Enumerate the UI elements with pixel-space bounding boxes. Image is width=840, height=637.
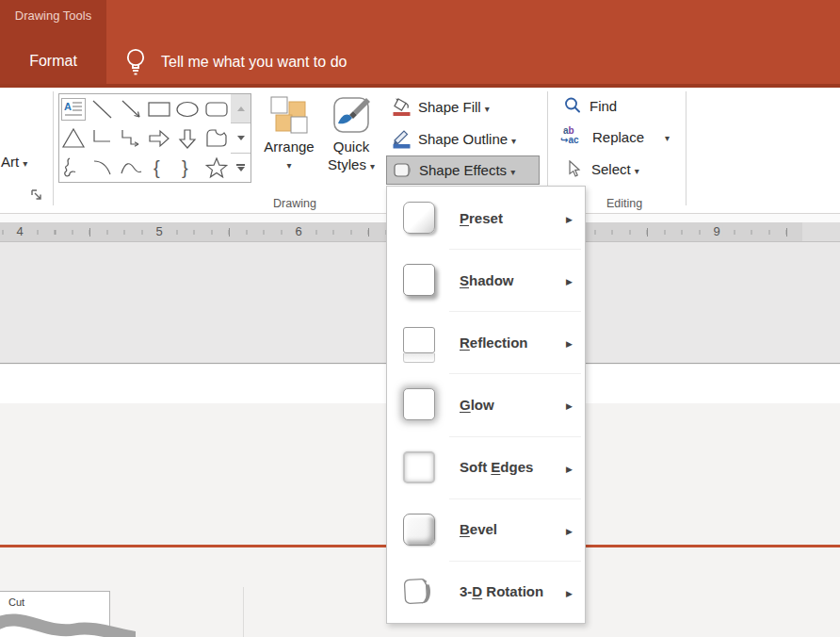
rounded-rectangle-icon: [203, 97, 230, 122]
select-button[interactable]: Select: [566, 159, 639, 178]
submenu-arrow-icon: [566, 334, 573, 351]
lightbulb-icon: [123, 46, 148, 78]
shape-line-button[interactable]: [88, 94, 116, 123]
wordart-partial-button[interactable]: Art: [1, 154, 27, 170]
svg-text:{: {: [153, 157, 160, 178]
svg-text:}: }: [182, 157, 188, 178]
shape-arrow-button[interactable]: [117, 94, 145, 123]
tell-me-box[interactable]: Tell me what you want to do: [123, 45, 347, 79]
shape-down-arrow-button[interactable]: [173, 123, 202, 153]
tell-me-text: Tell me what you want to do: [161, 54, 347, 71]
reflection-effect-icon: [403, 327, 435, 365]
shape-fill-icon: [392, 97, 412, 118]
freeform-shape-icon: [203, 126, 230, 151]
star-icon: [203, 155, 230, 180]
menu-item-bevel[interactable]: Bevel: [387, 498, 585, 561]
down-arrow-icon: [174, 126, 201, 151]
shape-right-arrow-button[interactable]: [145, 123, 173, 153]
menu-item-glow[interactable]: Glow: [387, 373, 585, 435]
shadow-effect-icon: [403, 264, 435, 296]
insert-shapes-gallery: A: [58, 93, 232, 183]
find-button[interactable]: Find: [563, 96, 617, 115]
group-separator: [686, 91, 687, 205]
textbox-icon: A: [61, 98, 86, 121]
scribble-icon: [60, 155, 87, 180]
replace-icon: ab↪ac: [560, 126, 585, 147]
submenu-arrow-icon: [566, 209, 573, 226]
preset-effect-icon: [403, 202, 435, 234]
arrow-icon: [118, 97, 144, 122]
submenu-arrow-icon: [566, 583, 573, 600]
line-icon: [89, 97, 115, 122]
quick-styles-button[interactable]: Quick Styles: [318, 92, 384, 175]
shape-effects-menu: Preset Shadow Reflection Glow Soft Edges: [386, 186, 586, 624]
shape-fill-button[interactable]: Shape Fill: [386, 92, 540, 122]
title-bar: Drawing Tools Format Tell me what you wa…: [0, 0, 840, 84]
shape-outline-button[interactable]: Shape Outline: [386, 124, 540, 154]
dialog-launcher-icon[interactable]: [30, 188, 44, 203]
powerpoint-window: Drawing Tools Format Tell me what you wa…: [0, 0, 840, 637]
arc-icon: [89, 155, 115, 180]
ruler-number: 5: [153, 224, 165, 239]
submenu-arrow-icon: [566, 396, 573, 413]
svg-text:A: A: [64, 101, 72, 112]
gallery-scroll-up-button[interactable]: [231, 94, 250, 123]
left-brace-icon: {: [146, 155, 172, 180]
menu-item-reflection[interactable]: Reflection: [387, 311, 585, 373]
shape-rounded-rectangle-button[interactable]: [202, 94, 231, 123]
shape-elbow-arrow-connector-button[interactable]: [117, 123, 145, 153]
shape-triangle-button[interactable]: [59, 123, 88, 153]
replace-button[interactable]: ab↪ac Replace: [560, 126, 670, 147]
gallery-more-button[interactable]: [231, 154, 250, 182]
contextual-tools-label: Drawing Tools: [0, 8, 106, 23]
arrange-button[interactable]: Arrange: [260, 92, 318, 172]
bevel-effect-icon: [403, 514, 435, 546]
ruler-number: 9: [710, 224, 722, 239]
down-arrow-icon: [237, 136, 245, 140]
find-icon: [563, 96, 582, 115]
context-menu-item-cut[interactable]: Cut: [8, 596, 109, 609]
shape-freeform-button[interactable]: [202, 123, 231, 153]
group-separator: [53, 91, 54, 205]
find-label: Find: [590, 98, 617, 114]
gallery-scrollbar: [231, 93, 251, 183]
shape-textbox-button[interactable]: A: [59, 94, 88, 123]
menu-item-shadow[interactable]: Shadow: [387, 249, 585, 311]
up-arrow-icon: [237, 106, 245, 111]
shape-fill-label: Shape Fill: [418, 99, 490, 115]
shape-scribble-button[interactable]: [59, 153, 88, 182]
drawing-group-label: Drawing: [252, 197, 337, 210]
shape-left-brace-button[interactable]: {: [145, 153, 173, 182]
menu-item-3d-rotation[interactable]: 3-D Rotation: [387, 561, 585, 623]
triangle-icon: [60, 126, 87, 151]
submenu-arrow-icon: [566, 459, 573, 476]
menu-item-preset[interactable]: Preset: [387, 187, 585, 249]
slide-wave-shape: [0, 609, 136, 637]
shape-right-brace-button[interactable]: }: [173, 153, 202, 182]
gallery-scroll-down-button[interactable]: [231, 123, 250, 153]
shape-star-button[interactable]: [202, 153, 231, 182]
shape-oval-button[interactable]: [173, 94, 202, 123]
ruler-number: 4: [13, 224, 25, 239]
ruler-margin-area: [802, 222, 840, 241]
right-arrow-icon: [146, 126, 172, 151]
shape-rectangle-button[interactable]: [145, 94, 173, 123]
glow-effect-icon: [403, 388, 435, 420]
shape-effects-button[interactable]: Shape Effects: [386, 155, 540, 185]
shape-outline-label: Shape Outline: [418, 131, 516, 147]
3d-rotation-effect-icon: [403, 576, 435, 608]
shape-arc-button[interactable]: [88, 153, 116, 182]
shape-outline-icon: [392, 129, 412, 150]
shape-elbow-connector-button[interactable]: [88, 123, 116, 153]
tab-format[interactable]: Format: [0, 53, 106, 70]
shape-curve-button[interactable]: [117, 153, 145, 182]
elbow-connector-icon: [89, 126, 115, 151]
arrange-dropdown-caret: [286, 155, 291, 172]
slide-placeholder-edge: [243, 587, 244, 637]
right-brace-icon: }: [174, 155, 201, 180]
submenu-arrow-icon: [566, 521, 573, 538]
ruler-number: 6: [292, 224, 304, 239]
rectangle-icon: [146, 97, 172, 122]
oval-icon: [174, 97, 201, 122]
menu-item-soft-edges[interactable]: Soft Edges: [387, 436, 585, 498]
